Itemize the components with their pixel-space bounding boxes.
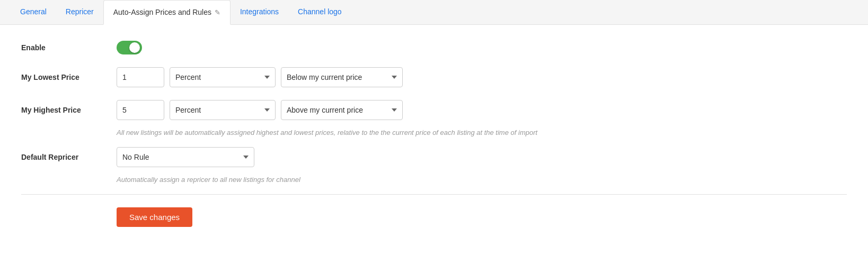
- highest-price-label: My Highest Price: [21, 106, 117, 114]
- tab-channel-logo[interactable]: Channel logo: [288, 0, 351, 24]
- tab-auto-assign[interactable]: Auto-Assign Prices and Rules ✎: [103, 0, 231, 25]
- toggle-slider: [117, 41, 142, 54]
- default-repricer-controls: No Rule: [117, 147, 847, 167]
- highest-price-input[interactable]: [117, 100, 164, 120]
- lowest-price-row: My Lowest Price Percent Fixed Amount Bel…: [21, 67, 847, 87]
- enable-controls: [117, 41, 847, 54]
- lowest-price-position-select[interactable]: Below my current price Above my current …: [281, 67, 403, 87]
- highest-price-controls: Percent Fixed Amount Above my current pr…: [117, 100, 847, 120]
- tab-repricer[interactable]: Repricer: [56, 0, 103, 24]
- highest-price-row: My Highest Price Percent Fixed Amount Ab…: [21, 100, 847, 120]
- section-divider: [21, 194, 847, 195]
- highest-price-type-select[interactable]: Percent Fixed Amount: [170, 100, 276, 120]
- highest-price-hint: All new listings will be automatically a…: [117, 129, 847, 136]
- lowest-price-controls: Percent Fixed Amount Below my current pr…: [117, 67, 847, 87]
- default-repricer-row: Default Repricer No Rule: [21, 147, 847, 167]
- default-repricer-select[interactable]: No Rule: [117, 147, 254, 167]
- default-repricer-label: Default Repricer: [21, 153, 117, 161]
- highest-price-position-select[interactable]: Above my current price Below my current …: [281, 100, 403, 120]
- enable-row: Enable: [21, 41, 847, 54]
- enable-label: Enable: [21, 43, 117, 52]
- lowest-price-type-select[interactable]: Percent Fixed Amount: [170, 67, 276, 87]
- page-container: General Repricer Auto-Assign Prices and …: [0, 0, 868, 274]
- tab-auto-assign-label: Auto-Assign Prices and Rules: [113, 8, 211, 16]
- lowest-price-input[interactable]: [117, 67, 164, 87]
- content-area: Enable My Lowest Price Percent Fixed Amo…: [0, 25, 868, 243]
- default-repricer-hint: Automatically assign a repricer to all n…: [117, 176, 847, 184]
- lowest-price-label: My Lowest Price: [21, 73, 117, 81]
- save-button[interactable]: Save changes: [117, 207, 192, 227]
- tab-integrations[interactable]: Integrations: [231, 0, 288, 24]
- tab-general[interactable]: General: [11, 0, 56, 24]
- tabs-bar: General Repricer Auto-Assign Prices and …: [0, 0, 868, 25]
- enable-toggle[interactable]: [117, 41, 142, 54]
- pencil-icon: ✎: [215, 8, 220, 16]
